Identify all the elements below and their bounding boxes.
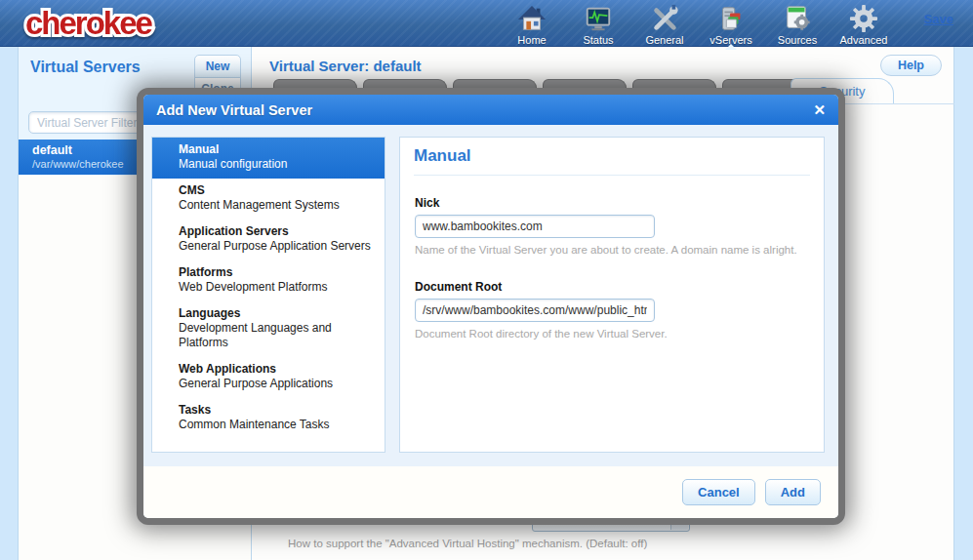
add-button[interactable]: Add <box>765 479 821 505</box>
nav-item-vservers[interactable]: vServers <box>702 4 760 46</box>
cherokee-logo-text: cherokee <box>25 5 153 41</box>
dialog-title: Add New Virtual Server <box>156 102 312 118</box>
nav-item-status[interactable]: Status <box>569 4 628 46</box>
nav-item-general[interactable]: General <box>635 4 694 46</box>
method-help-text: How to support the "Advanced Virtual Hos… <box>288 538 647 549</box>
wizard-category-menu: Manual Manual configuration CMS Content … <box>151 137 385 453</box>
sidebar-title: Virtual Servers <box>30 59 141 76</box>
document-root-input[interactable] <box>415 299 655 322</box>
help-button[interactable]: Help <box>880 55 942 76</box>
wizard-detail-panel: Manual Nick Name of the Virtual Server y… <box>399 137 825 453</box>
wizard-item-cms[interactable]: CMS Content Management Systems <box>152 179 385 220</box>
sources-icon <box>768 4 827 35</box>
page-title: Virtual Server: default <box>269 58 422 74</box>
nick-input[interactable] <box>415 215 655 238</box>
nick-label: Nick <box>415 196 809 210</box>
close-icon[interactable]: ✕ <box>813 102 826 117</box>
nav-item-home[interactable]: Home <box>503 4 561 46</box>
wizard-item-manual[interactable]: Manual Manual configuration <box>152 138 385 179</box>
nick-field-group: Nick Name of the Virtual Server you are … <box>415 196 809 256</box>
nav-label-sources: Sources <box>768 34 827 46</box>
dialog-footer: Cancel Add <box>143 466 838 518</box>
panel-heading: Manual <box>414 146 810 176</box>
document-root-label: Document Root <box>415 280 809 294</box>
nav-label-general: General <box>635 34 694 46</box>
nick-help-text: Name of the Virtual Server you are about… <box>415 244 809 256</box>
nav-label-status: Status <box>569 34 628 46</box>
vservers-icon <box>702 4 760 35</box>
wizard-item-application-servers[interactable]: Application Servers General Purpose Appl… <box>152 220 385 260</box>
advanced-gear-icon <box>834 4 893 35</box>
add-virtual-server-dialog: Add New Virtual Server ✕ Manual Manual c… <box>137 88 845 525</box>
active-section-pointer <box>725 44 737 50</box>
nav-item-sources[interactable]: Sources <box>768 4 827 46</box>
general-tools-icon <box>635 4 694 35</box>
dialog-body: Manual Manual configuration CMS Content … <box>143 125 838 466</box>
topbar: cherokee Home <box>0 0 973 47</box>
save-link[interactable]: Save <box>924 12 953 26</box>
nav-label-advanced: Advanced <box>834 34 893 46</box>
cherokee-logo[interactable]: cherokee <box>21 2 207 45</box>
wizard-item-platforms[interactable]: Platforms Web Development Platforms <box>152 260 385 301</box>
nav-label-home: Home <box>503 34 561 46</box>
main-nav: Home Status <box>503 4 893 46</box>
dialog-header: Add New Virtual Server ✕ <box>143 95 838 125</box>
document-root-help-text: Document Root directory of the new Virtu… <box>415 328 809 340</box>
wizard-item-tasks[interactable]: Tasks Common Maintenance Tasks <box>152 398 385 439</box>
nav-item-advanced[interactable]: Advanced <box>834 4 893 46</box>
new-virtual-server-button[interactable]: New <box>194 55 241 78</box>
document-root-field-group: Document Root Document Root directory of… <box>415 280 809 340</box>
status-icon <box>569 4 628 35</box>
home-icon <box>503 4 561 35</box>
wizard-item-web-applications[interactable]: Web Applications General Purpose Applica… <box>152 357 385 398</box>
cancel-button[interactable]: Cancel <box>682 479 755 505</box>
wizard-item-languages[interactable]: Languages Development Languages and Plat… <box>152 301 385 357</box>
